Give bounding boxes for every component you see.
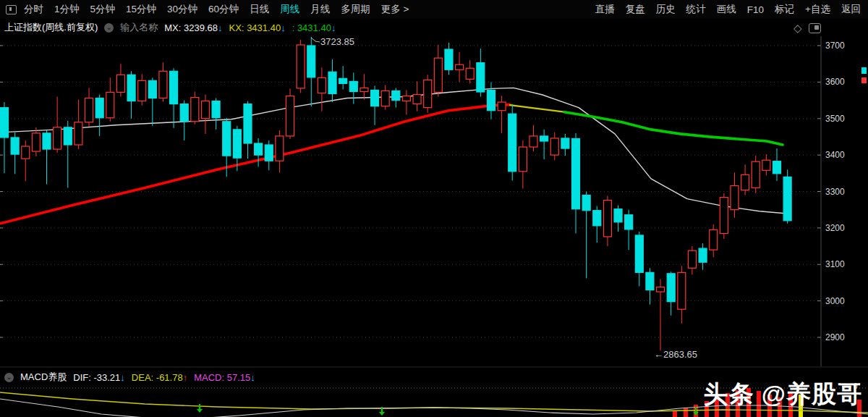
- tab-更多 >[interactable]: 更多 >: [381, 3, 409, 16]
- screen-icon[interactable]: [809, 23, 821, 33]
- mx-value: MX: 3239.68↓: [164, 22, 222, 33]
- dif-value: DIF: -33.21↓: [73, 372, 125, 383]
- tab-5分钟[interactable]: 5分钟: [90, 3, 116, 16]
- tab-15分钟[interactable]: 15分钟: [126, 3, 156, 16]
- top-toolbar: 分时1分钟5分钟15分钟30分钟60分钟日线周线月线多周期更多 > 直播复盘历史…: [0, 0, 868, 19]
- down-arrow-icon: ↓: [281, 22, 286, 33]
- menu-F10[interactable]: F10: [747, 4, 764, 15]
- menu-历史[interactable]: 历史: [656, 3, 676, 16]
- name-input[interactable]: 输入名称: [120, 21, 158, 34]
- diamond-icon[interactable]: ◇: [793, 22, 802, 33]
- menu-标记[interactable]: 标记: [775, 3, 794, 16]
- down-arrow-icon: ↓: [250, 372, 255, 383]
- y-tick-3100: 3100: [825, 259, 854, 269]
- y-tick-3200: 3200: [825, 223, 854, 233]
- tab-日线[interactable]: 日线: [250, 3, 269, 16]
- down-arrow-icon: ↓: [218, 22, 223, 33]
- macd-indicator-name: MACD养股: [20, 371, 67, 384]
- menu-返回[interactable]: 返回: [841, 3, 861, 16]
- chevron-circle-icon[interactable]: ⌄: [4, 373, 14, 382]
- tab-周线[interactable]: 周线: [280, 3, 299, 16]
- kx-value: KX: 3431.40↓: [229, 22, 286, 33]
- window-icon[interactable]: [6, 5, 17, 14]
- low-annotation: ←2863.65: [654, 349, 697, 360]
- y-tick-3700: 3700: [825, 41, 854, 51]
- y-tick-3000: 3000: [825, 296, 854, 306]
- tab-30分钟[interactable]: 30分钟: [167, 3, 197, 16]
- tools-menu: 直播复盘历史统计画线F10标记+自选返回: [595, 3, 861, 16]
- chevron-circle-icon[interactable]: ⌄: [104, 23, 114, 33]
- y-tick-3500: 3500: [825, 114, 854, 124]
- up-arrow-icon: ↑: [183, 372, 188, 383]
- index-title: 上证指数(周线.前复权): [4, 21, 98, 34]
- menu-统计[interactable]: 统计: [686, 3, 706, 16]
- main-chart[interactable]: [0, 0, 868, 417]
- tab-1分钟[interactable]: 1分钟: [54, 3, 80, 16]
- index-info-bar: 上证指数(周线.前复权) ⌄ 输入名称 MX: 3239.68↓ KX: 343…: [4, 21, 336, 34]
- macd-value: MACD: 57.15↓: [194, 372, 255, 383]
- menu-画线[interactable]: 画线: [717, 3, 736, 16]
- watermark: 头条 @养股哥: [703, 378, 862, 411]
- tab-60分钟[interactable]: 60分钟: [208, 3, 239, 16]
- tab-多周期[interactable]: 多周期: [341, 3, 370, 16]
- y-tick-3300: 3300: [825, 187, 854, 197]
- last-value: : 3431.40↓: [292, 22, 336, 33]
- y-tick-3600: 3600: [825, 77, 854, 87]
- menu-复盘[interactable]: 复盘: [626, 3, 645, 16]
- down-arrow-icon: ↓: [120, 372, 125, 383]
- dea-value: DEA: -61.78↑: [132, 372, 187, 383]
- tab-分时[interactable]: 分时: [24, 3, 43, 16]
- menu-+自选[interactable]: +自选: [805, 3, 830, 16]
- y-tick-2900: 2900: [825, 332, 854, 342]
- tab-月线[interactable]: 月线: [310, 3, 330, 16]
- down-arrow-icon: ↓: [331, 22, 336, 33]
- period-menu: 分时1分钟5分钟15分钟30分钟60分钟日线周线月线多周期更多 >: [24, 3, 409, 16]
- y-tick-3400: 3400: [825, 150, 854, 160]
- macd-info-bar: ⌄ MACD养股 DIF: -33.21↓ DEA: -61.78↑ MACD:…: [4, 371, 255, 384]
- high-annotation: 3723.85: [320, 36, 354, 47]
- menu-直播[interactable]: 直播: [595, 3, 615, 16]
